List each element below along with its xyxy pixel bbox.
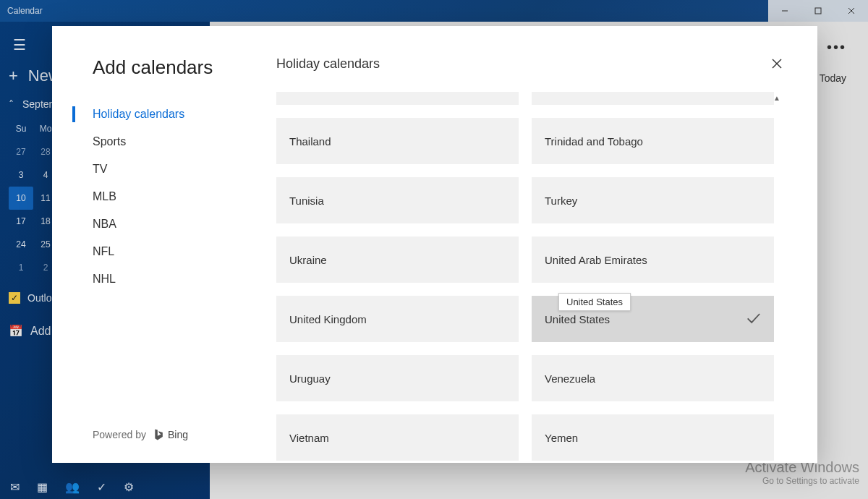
country-label: United Arab Emirates — [545, 254, 647, 266]
svg-rect-1 — [815, 8, 821, 14]
window-maximize[interactable] — [801, 0, 835, 22]
country-label: Ukraine — [289, 254, 327, 266]
close-button[interactable] — [771, 58, 783, 72]
country-label: Vietnam — [289, 432, 329, 444]
country-grid: Thailand Trinidad and Tobago Tunisia Tur… — [276, 92, 783, 461]
window-minimize[interactable] — [768, 0, 801, 22]
bing-logo: Bing — [153, 428, 188, 441]
country-label: Venezuela — [545, 372, 595, 385]
modal-heading: Holiday calendars — [276, 56, 783, 72]
country-label: Yemen — [545, 432, 578, 444]
day-cell[interactable]: 1 — [9, 256, 33, 279]
country-label: Turkey — [545, 195, 577, 207]
scrollbar[interactable]: ▲ — [771, 92, 783, 463]
window-title: Calendar — [7, 6, 43, 16]
country-tile-tunisia[interactable]: Tunisia — [276, 177, 519, 223]
watermark-subtitle: Go to Settings to activate — [745, 476, 859, 486]
category-holiday-calendars[interactable]: Holiday calendars — [93, 101, 276, 128]
add-calendars-modal: Add calendars Holiday calendars Sports T… — [52, 26, 817, 463]
country-label: Trinidad and Tobago — [545, 135, 643, 148]
weekday: Su — [9, 117, 33, 140]
todo-icon[interactable]: ✓ — [97, 480, 106, 494]
day-cell[interactable]: 24 — [9, 233, 33, 256]
category-list: Holiday calendars Sports TV MLB NBA NFL … — [93, 101, 276, 293]
scroll-up-icon[interactable]: ▲ — [771, 92, 783, 103]
country-label: United Kingdom — [289, 313, 367, 325]
check-icon — [745, 310, 761, 328]
calendar-plus-icon: 📅 — [9, 324, 23, 338]
category-nba[interactable]: NBA — [93, 210, 276, 238]
plus-icon: + — [9, 67, 18, 85]
modal-title: Add calendars — [93, 56, 276, 79]
country-tile-yemen[interactable]: Yemen — [532, 414, 774, 461]
country-label: Thailand — [289, 135, 331, 148]
country-tile-united-kingdom[interactable]: United Kingdom — [276, 296, 519, 342]
country-tile-venezuela[interactable]: Venezuela — [532, 355, 774, 401]
country-label: United States — [545, 313, 610, 325]
tooltip-united-states: United States — [558, 293, 631, 311]
window-close[interactable] — [835, 0, 868, 22]
category-nhl[interactable]: NHL — [93, 265, 276, 293]
category-tv[interactable]: TV — [93, 155, 276, 183]
country-tile-uruguay[interactable]: Uruguay — [276, 355, 519, 401]
day-cell[interactable]: 27 — [9, 140, 33, 163]
country-tile-thailand[interactable]: Thailand — [276, 118, 519, 164]
modal-content: Holiday calendars Thailand Trinidad and … — [276, 26, 817, 463]
country-label: Uruguay — [289, 372, 331, 385]
more-icon[interactable]: ••• — [827, 39, 846, 56]
category-sports[interactable]: Sports — [93, 128, 276, 155]
country-tile-partial[interactable] — [276, 92, 519, 105]
mail-icon[interactable]: ✉ — [10, 480, 20, 494]
country-tile-united-arab-emirates[interactable]: United Arab Emirates — [532, 236, 774, 283]
window-controls — [768, 0, 868, 22]
category-nfl[interactable]: NFL — [93, 238, 276, 265]
country-tile-partial[interactable] — [532, 92, 774, 105]
country-label: Tunisia — [289, 195, 324, 207]
activation-watermark: Activate Windows Go to Settings to activ… — [745, 459, 859, 486]
bottom-icon-bar: ✉ ▦ 👥 ✓ ⚙ — [0, 474, 144, 499]
calendar-icon[interactable]: ▦ — [37, 480, 48, 494]
day-cell[interactable]: 10 — [9, 187, 33, 210]
country-tile-turkey[interactable]: Turkey — [532, 177, 774, 223]
category-mlb[interactable]: MLB — [93, 183, 276, 210]
people-icon[interactable]: 👥 — [65, 480, 80, 494]
chevron-up-icon[interactable]: ˄ — [9, 98, 14, 110]
settings-icon[interactable]: ⚙ — [124, 480, 134, 494]
powered-by-label: Powered by — [93, 429, 146, 440]
checkbox-icon: ✓ — [9, 292, 20, 304]
bing-icon — [153, 428, 163, 441]
day-cell[interactable]: 17 — [9, 210, 33, 233]
bing-label: Bing — [168, 429, 188, 440]
window-titlebar: Calendar — [0, 0, 868, 22]
modal-sidebar: Add calendars Holiday calendars Sports T… — [52, 26, 276, 463]
powered-by: Powered by Bing — [93, 428, 276, 448]
country-tile-ukraine[interactable]: Ukraine — [276, 236, 519, 283]
close-icon — [771, 58, 783, 69]
today-button[interactable]: Today — [820, 72, 846, 84]
day-cell[interactable]: 3 — [9, 163, 33, 187]
country-tile-vietnam[interactable]: Vietnam — [276, 414, 519, 461]
country-tile-trinidad-and-tobago[interactable]: Trinidad and Tobago — [532, 118, 774, 164]
